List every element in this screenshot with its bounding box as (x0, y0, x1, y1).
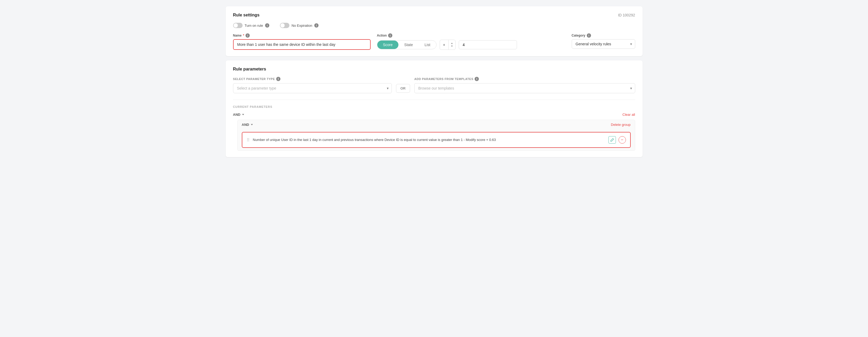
delete-param-button[interactable]: − (619, 136, 626, 144)
minus-icon: − (621, 138, 623, 142)
rule-params-card: Rule parameters SELECT PARAMETER TYPE i … (226, 60, 643, 157)
list-button[interactable]: List (419, 40, 436, 49)
rule-settings-card: Rule settings ID 100292 Turn on rule i N… (226, 6, 643, 56)
category-select-wrapper: General velocity rules Fraud rules Risk … (572, 39, 635, 49)
score-direction-arrow[interactable]: ▲ ▼ (448, 40, 455, 50)
edit-param-button[interactable] (609, 136, 616, 144)
and-chevron-inner (251, 124, 253, 125)
name-input-wrapper (233, 39, 371, 50)
and-badge-top[interactable]: AND (233, 113, 244, 117)
parameter-row: ⠿ Number of unique User ID in the last 1… (242, 132, 631, 148)
name-label: Name * i (233, 33, 371, 38)
turn-on-label: Turn on rule (245, 24, 263, 28)
score-plus-row: Score State List + ▲ ▼ (377, 40, 565, 50)
form-row: Name * i Action i Score State (233, 33, 635, 50)
and-label-inner: AND (242, 123, 249, 127)
param-type-label-text: SELECT PARAMETER TYPE (233, 77, 275, 81)
name-form-group: Name * i (233, 33, 371, 50)
drag-icon[interactable]: ⠿ (247, 138, 250, 143)
rule-id: ID 100292 (618, 13, 635, 17)
no-expiration-label: No Expiration (291, 24, 312, 28)
name-input[interactable] (237, 43, 366, 47)
rule-parameters-title: Rule parameters (233, 67, 635, 72)
name-label-text: Name (233, 34, 242, 37)
score-direction-text: + (440, 40, 448, 49)
and-badge-inner[interactable]: AND (242, 123, 253, 127)
param-type-select-wrapper: Select a parameter type (233, 83, 392, 93)
parameter-text: Number of unique User ID in the last 1 d… (253, 138, 496, 142)
action-form-group: Action i Score State List + ▲ ▼ (377, 33, 565, 50)
required-star: * (243, 34, 244, 37)
no-expiration-info-icon[interactable]: i (314, 23, 318, 28)
param-type-info-icon[interactable]: i (276, 77, 280, 81)
current-params-label: CURRENT PARAMETERS (233, 105, 635, 108)
turn-on-info-icon[interactable]: i (265, 23, 269, 28)
category-label-text: Category (572, 34, 585, 37)
current-params-section: CURRENT PARAMETERS AND Clear all AND Del… (233, 100, 635, 151)
templates-select-wrapper: Browse our templates (414, 83, 635, 93)
action-label-text: Action (377, 34, 387, 37)
templates-group: ADD PARAMETERS FROM TEMPLATES i Browse o… (414, 77, 635, 93)
turn-on-toggle[interactable] (233, 23, 243, 28)
state-button[interactable]: State (398, 40, 419, 49)
and-chevron-top (242, 114, 244, 115)
category-select[interactable]: General velocity rules Fraud rules Risk … (572, 39, 635, 49)
turn-on-toggle-group: Turn on rule i (233, 23, 270, 28)
or-badge: OR (396, 84, 410, 93)
category-info-icon[interactable]: i (587, 33, 591, 38)
param-type-select[interactable]: Select a parameter type (233, 83, 392, 93)
category-label: Category i (572, 33, 635, 38)
and-label-top: AND (233, 113, 241, 117)
inner-group-header: AND Delete group (242, 120, 631, 129)
param-actions: − (609, 136, 626, 144)
no-expiration-toggle[interactable] (280, 23, 289, 28)
toggles-row: Turn on rule i No Expiration i (233, 23, 635, 28)
inner-group-container: AND Delete group ⠿ Number of unique User… (237, 120, 635, 151)
and-row-top: AND Clear all (233, 113, 635, 117)
params-select-row: SELECT PARAMETER TYPE i Select a paramet… (233, 77, 635, 93)
templates-label-text: ADD PARAMETERS FROM TEMPLATES (414, 77, 473, 81)
action-info-icon[interactable]: i (388, 33, 392, 38)
parameter-content: ⠿ Number of unique User ID in the last 1… (247, 138, 609, 143)
param-select-group: SELECT PARAMETER TYPE i Select a paramet… (233, 77, 392, 93)
action-buttons-group: Score State List (377, 40, 436, 49)
no-expiration-toggle-group: No Expiration i (280, 23, 318, 28)
action-label: Action i (377, 33, 565, 38)
param-type-label: SELECT PARAMETER TYPE i (233, 77, 392, 81)
templates-select[interactable]: Browse our templates (414, 83, 635, 93)
rule-settings-header: Rule settings ID 100292 (233, 13, 635, 18)
delete-group-button[interactable]: Delete group (611, 123, 630, 127)
score-direction-btn: + ▲ ▼ (440, 40, 456, 50)
score-value-input[interactable] (459, 40, 517, 49)
name-info-icon[interactable]: i (246, 33, 250, 38)
score-button[interactable]: Score (377, 40, 399, 49)
category-form-group: Category i General velocity rules Fraud … (572, 33, 635, 49)
templates-label: ADD PARAMETERS FROM TEMPLATES i (414, 77, 635, 81)
templates-info-icon[interactable]: i (475, 77, 479, 81)
clear-all-button[interactable]: Clear all (622, 113, 635, 117)
rule-settings-title: Rule settings (233, 13, 259, 18)
